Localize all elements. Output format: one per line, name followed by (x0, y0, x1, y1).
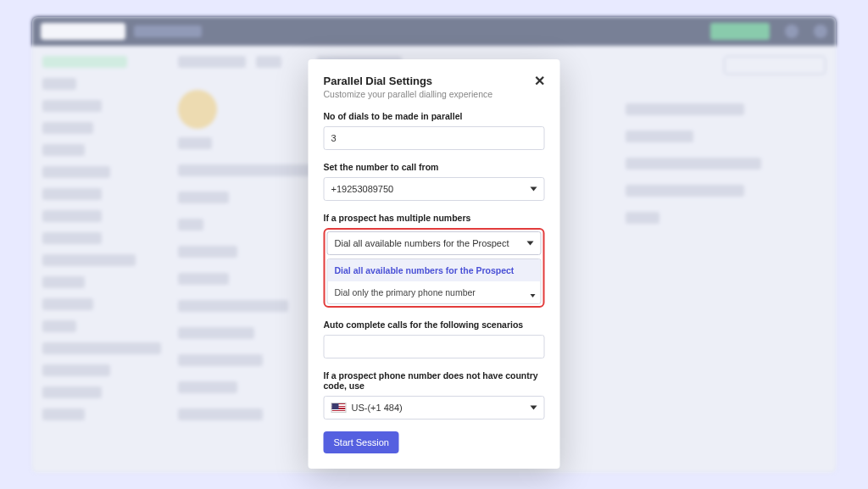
modal-title: Parallel Dial Settings (324, 75, 493, 87)
chevron-down-icon (531, 406, 537, 410)
field-label: Set the number to call from (324, 162, 545, 172)
auto-complete-input[interactable] (324, 335, 545, 358)
dropdown-option[interactable]: Dial all available numbers for the Prosp… (328, 259, 541, 281)
call-from-value: +19253089750 (331, 184, 394, 194)
field-label: Auto complete calls for the following sc… (324, 320, 545, 330)
country-code-value: US-(+1 484) (352, 403, 403, 413)
multiple-numbers-value: Dial all available numbers for the Prosp… (335, 238, 509, 248)
field-country-code: If a prospect phone number does not have… (324, 370, 545, 420)
dials-input[interactable]: 3 (324, 126, 545, 150)
field-label: If a prospect has multiple numbers (324, 213, 545, 223)
call-from-select[interactable]: +19253089750 (324, 177, 545, 201)
field-label: If a prospect phone number does not have… (324, 370, 545, 391)
parallel-dial-settings-modal: Parallel Dial Settings Customize your pa… (309, 59, 560, 469)
field-label: No of dials to be made in parallel (324, 111, 545, 121)
field-auto-complete: Auto complete calls for the following sc… (324, 320, 545, 358)
modal-subtitle: Customize your parallel dialling experie… (324, 89, 493, 99)
field-multiple-numbers: If a prospect has multiple numbers Dial … (324, 213, 545, 308)
chevron-down-icon (531, 187, 537, 192)
us-flag-icon (331, 403, 347, 413)
multiple-numbers-dropdown: Dial all available numbers for the Prosp… (327, 258, 542, 304)
start-session-button[interactable]: Start Session (324, 431, 399, 453)
close-icon[interactable]: ✕ (534, 75, 545, 88)
field-no-of-dials: No of dials to be made in parallel 3 (324, 111, 545, 150)
dropdown-option[interactable]: Dial only the primary phone number (328, 281, 541, 303)
dials-value: 3 (331, 133, 337, 143)
chevron-down-icon (527, 242, 534, 246)
highlight-callout: Dial all available numbers for the Prosp… (324, 228, 545, 308)
multiple-numbers-select[interactable]: Dial all available numbers for the Prosp… (327, 231, 542, 255)
chevron-down-icon (531, 294, 536, 297)
country-code-select[interactable]: US-(+1 484) (324, 396, 545, 420)
field-call-from: Set the number to call from +19253089750 (324, 162, 545, 201)
